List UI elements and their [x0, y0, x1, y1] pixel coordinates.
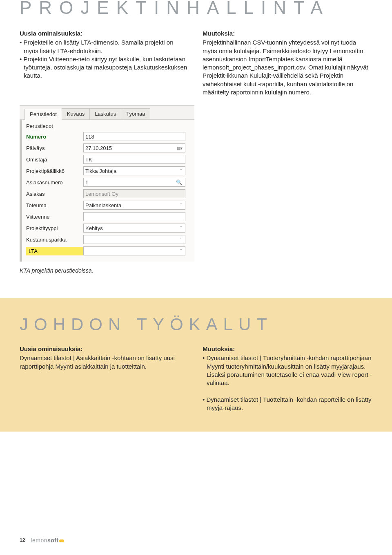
screenshot-caption: KTA projektin perustiedoissa.	[20, 267, 372, 274]
label-viitteenne: Viitteenne	[26, 214, 83, 220]
muutoksia-heading-1: Muutoksia:	[203, 29, 372, 38]
section1-columns: Uusia ominaisuuksia: Projekteille on lis…	[20, 29, 372, 96]
tab-perustiedot[interactable]: Perustiedot	[24, 109, 62, 120]
label-projektipaallikko: Projektipäällikkö	[26, 168, 83, 174]
tab-kuvaus[interactable]: Kuvaus	[62, 108, 90, 119]
section1-left-col: Uusia ominaisuuksia: Projekteille on lis…	[20, 29, 189, 96]
label-kustannuspaikka: Kustannuspaikka	[26, 237, 83, 243]
section-title-johdon: JOHDON TYÖKALUT	[20, 315, 372, 334]
section-title-projektinhallinta: PROJEKTINHALLINTA	[20, 0, 372, 18]
input-kustannuspaikka[interactable]: ˅	[83, 235, 185, 244]
label-numero: Numero	[26, 134, 83, 140]
section2-left-text: Dynaamiset tilastot | Asiakkaittain -koh…	[20, 354, 189, 371]
lemonsoft-logo: lemonsoft	[31, 537, 64, 544]
row-viitteenne: Viitteenne	[26, 212, 190, 222]
label-paivays: Päiväys	[26, 145, 83, 151]
page-footer: 12 lemonsoft	[20, 537, 64, 544]
section2-right-bullets: Dynaamiset tilastot | Tuoteryhmittäin -k…	[203, 354, 372, 387]
row-asiakasnumero: Asiakasnumero 1 🔍	[26, 177, 190, 187]
label-asiakasnumero: Asiakasnumero	[26, 179, 83, 186]
input-asiakasnumero[interactable]: 1 🔍	[83, 178, 185, 187]
row-projektityyppi: Projektityyppi Kehitys ˅	[26, 223, 190, 233]
section2-right-col: Muutoksia: Dynaamiset tilastot | Tuotery…	[203, 345, 372, 412]
input-numero[interactable]: 118	[83, 132, 185, 141]
input-omistaja[interactable]: TK	[83, 155, 185, 164]
input-asiakas: Lemonsoft Oy	[83, 189, 185, 198]
tab-laskutus[interactable]: Laskutus	[89, 108, 121, 119]
tab-bar: Perustiedot Kuvaus Laskutus Työmaa	[20, 106, 194, 120]
input-projektipaallikko[interactable]: Tikka Johtaja ˅	[83, 166, 185, 175]
chevron-down-icon[interactable]: ˅	[179, 169, 183, 173]
input-viitteenne[interactable]	[83, 212, 185, 221]
row-projektipaallikko: Projektipäällikkö Tikka Johtaja ˅	[26, 166, 190, 176]
label-omistaja: Omistaja	[26, 157, 83, 163]
app-screenshot: Perustiedot Kuvaus Laskutus Työmaa Perus…	[20, 105, 194, 262]
section1-right-col: Muutoksia: Projektinhallinnan CSV-tuonni…	[203, 29, 372, 96]
section2-columns: Uusia ominaisuuksia: Dynaamiset tilastot…	[20, 345, 372, 412]
bullet-item: Dynaamiset tilastot | Tuotteittain -kohd…	[203, 396, 372, 412]
uusia-heading-1: Uusia ominaisuuksia:	[20, 29, 189, 38]
bullet-item: Projektin Viitteenne-tieto siirtyy nyt l…	[20, 55, 189, 80]
input-toteuma[interactable]: Palkanlaskenta ˅	[83, 201, 185, 210]
uusia-heading-2: Uusia ominaisuuksia:	[20, 345, 189, 353]
chevron-down-icon[interactable]: ˅	[179, 237, 183, 242]
form-section-label: Perustiedot	[26, 122, 190, 132]
form-panel: Perustiedot Numero 118 Päiväys 27.10.201…	[22, 120, 194, 262]
label-lta-highlighted: LTA	[26, 247, 83, 255]
input-paivays[interactable]: 27.10.2015 ▦▾	[83, 143, 185, 152]
section2-left-col: Uusia ominaisuuksia: Dynaamiset tilastot…	[20, 345, 189, 412]
row-toteuma: Toteuma Palkanlaskenta ˅	[26, 200, 190, 210]
label-toteuma: Toteuma	[26, 202, 83, 208]
section1-left-bullets: Projekteille on lisätty LTA-dimensio. Sa…	[20, 38, 189, 80]
row-paivays: Päiväys 27.10.2015 ▦▾	[26, 143, 190, 153]
bullet-item: Projekteille on lisätty LTA-dimensio. Sa…	[20, 38, 189, 55]
page-number: 12	[20, 537, 25, 543]
input-lta[interactable]: ˅	[83, 246, 185, 255]
section2-right-bullets-2: Dynaamiset tilastot | Tuotteittain -kohd…	[203, 396, 372, 412]
input-projektityyppi[interactable]: Kehitys ˅	[83, 224, 185, 233]
section1-right-text: Projektinhallinnan CSV-tuonnin yhteydess…	[203, 38, 372, 96]
johdon-tyokalut-section: JOHDON TYÖKALUT Uusia ominaisuuksia: Dyn…	[0, 298, 392, 432]
row-numero: Numero 118	[26, 132, 190, 141]
chevron-down-icon[interactable]: ˅	[179, 249, 183, 253]
tab-tyomaa[interactable]: Työmaa	[121, 108, 150, 119]
row-kustannuspaikka: Kustannuspaikka ˅	[26, 235, 190, 244]
row-lta: LTA ˅	[26, 246, 190, 256]
logo-dot-icon	[59, 539, 64, 542]
label-asiakas: Asiakas	[26, 191, 83, 197]
label-projektityyppi: Projektityyppi	[26, 225, 83, 231]
muutoksia-heading-2: Muutoksia:	[203, 345, 372, 353]
bullet-item: Dynaamiset tilastot | Tuoteryhmittäin -k…	[203, 354, 372, 387]
row-asiakas: Asiakas Lemonsoft Oy	[26, 189, 190, 199]
search-icon[interactable]: 🔍	[175, 179, 183, 185]
chevron-down-icon[interactable]: ˅	[179, 203, 183, 207]
row-omistaja: Omistaja TK	[26, 154, 190, 164]
calendar-icon[interactable]: ▦▾	[176, 146, 183, 150]
chevron-down-icon[interactable]: ˅	[179, 226, 183, 230]
